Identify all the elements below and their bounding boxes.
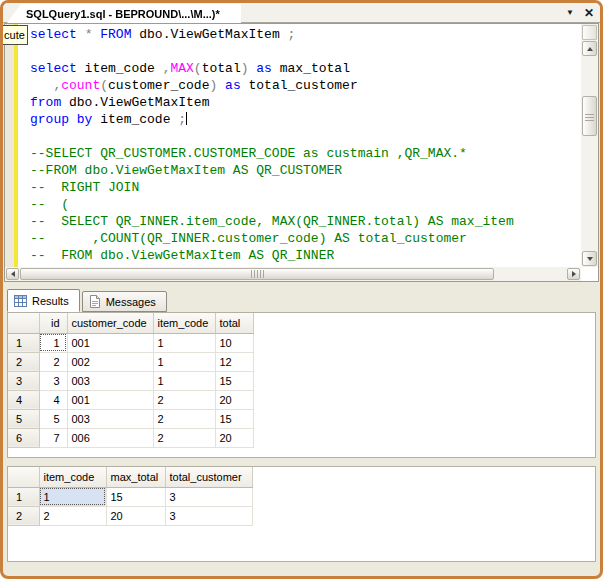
cell[interactable]: 4 — [39, 390, 67, 409]
scroll-left-icon — [11, 271, 15, 277]
scroll-up-icon — [587, 47, 593, 51]
row-header[interactable]: 5 — [8, 409, 39, 428]
vertical-scroll-thumb[interactable] — [582, 96, 597, 136]
tab-results[interactable]: Results — [7, 289, 80, 312]
cell[interactable]: 12 — [215, 352, 253, 371]
cell[interactable]: 15 — [106, 487, 165, 506]
results-grid-1: idcustomer_codeitem_codetotal11001110220… — [7, 312, 596, 458]
active-files-dropdown-icon[interactable]: ▼ — [566, 5, 574, 21]
results-table-2: item_codemax_totaltotal_customer11153222… — [8, 467, 253, 526]
code-line[interactable]: -- SELECT QR_INNER.item_code, MAX(QR_INN… — [30, 213, 581, 230]
code-line[interactable]: --SELECT QR_CUSTOMER.CUSTOMER_CODE as cu… — [30, 145, 581, 162]
row-header[interactable]: 1 — [8, 487, 39, 506]
code-line[interactable]: -- RIGHT JOIN — [30, 179, 581, 196]
column-header[interactable]: max_total — [106, 467, 165, 487]
column-header[interactable]: total_customer — [165, 467, 252, 487]
row-header[interactable]: 6 — [8, 428, 39, 447]
cell[interactable]: 1 — [39, 333, 67, 352]
code-line[interactable]: from dbo.ViewGetMaxItem — [30, 94, 581, 111]
table-row: 22203 — [8, 506, 252, 525]
text-caret — [186, 112, 187, 125]
cell[interactable]: 10 — [215, 333, 253, 352]
results-tab-strip: Results Messages — [7, 289, 167, 312]
corner-header[interactable] — [8, 313, 39, 333]
cell[interactable]: 002 — [67, 352, 153, 371]
table-row: 44001220 — [8, 390, 253, 409]
horizontal-scroll-thumb[interactable] — [20, 268, 494, 280]
cell[interactable]: 001 — [67, 390, 153, 409]
code-line[interactable]: -- ,COUNT(QR_INNER.customer_code) AS tot… — [30, 230, 581, 247]
ssms-query-window: SQLQuery1.sql - BEPROUND\...\M...)* ▼ ✕ … — [0, 0, 603, 579]
header-row: idcustomer_codeitem_codetotal — [8, 313, 253, 333]
close-icon[interactable]: ✕ — [584, 5, 594, 21]
table-row: 33003115 — [8, 371, 253, 390]
tab-sqlquery1[interactable]: SQLQuery1.sql - BEPROUND\...\M...)* — [7, 4, 241, 23]
code-line[interactable]: group by item_code ; — [30, 111, 581, 128]
column-header[interactable]: total — [215, 313, 253, 333]
code-line[interactable]: --FROM dbo.ViewGetMaxItem AS QR_CUSTOMER — [30, 162, 581, 179]
header-row: item_codemax_totaltotal_customer — [8, 467, 252, 487]
cell[interactable]: 20 — [215, 428, 253, 447]
cell[interactable]: 003 — [67, 371, 153, 390]
cell[interactable]: 2 — [153, 428, 215, 447]
code-line[interactable]: select item_code ,MAX(total) as max_tota… — [30, 60, 581, 77]
cell[interactable]: 006 — [67, 428, 153, 447]
cell[interactable]: 15 — [215, 409, 253, 428]
cell[interactable]: 15 — [215, 371, 253, 390]
code-line[interactable] — [30, 43, 581, 60]
document-tab-bar: SQLQuery1.sql - BEPROUND\...\M...)* ▼ ✕ — [3, 3, 600, 23]
vertical-scrollbar[interactable] — [581, 24, 598, 267]
table-row: 11001110 — [8, 333, 253, 352]
row-header[interactable]: 4 — [8, 390, 39, 409]
cell[interactable]: 5 — [39, 409, 67, 428]
scroll-up-button[interactable] — [582, 41, 597, 56]
scroll-down-icon — [587, 257, 593, 261]
cell[interactable]: 2 — [39, 506, 106, 525]
cell[interactable]: 20 — [106, 506, 165, 525]
cell[interactable]: 001 — [67, 333, 153, 352]
cell[interactable]: 1 — [153, 333, 215, 352]
sql-editor: select * FROM dbo.ViewGetMaxItem ;select… — [4, 23, 599, 282]
execute-tooltip: cute — [1, 25, 28, 45]
code-line[interactable]: -- FROM dbo.ViewGetMaxItem AS QR_INNER — [30, 247, 581, 264]
cell[interactable]: 7 — [39, 428, 67, 447]
scroll-left-button[interactable] — [6, 268, 19, 280]
code-line[interactable]: ,count(customer_code) as total_customer — [30, 77, 581, 94]
scroll-down-button[interactable] — [582, 251, 597, 266]
code-line[interactable] — [30, 128, 581, 145]
splitter-box[interactable] — [582, 25, 597, 40]
cell[interactable]: 1 — [153, 371, 215, 390]
row-header[interactable]: 2 — [8, 352, 39, 371]
cell[interactable]: 3 — [165, 506, 252, 525]
code-line[interactable]: -- ( — [30, 196, 581, 213]
cell[interactable]: 2 — [153, 390, 215, 409]
results-table-1: idcustomer_codeitem_codetotal11001110220… — [8, 313, 254, 448]
tab-controls: ▼ ✕ — [566, 5, 594, 21]
row-header[interactable]: 2 — [8, 506, 39, 525]
scroll-right-button[interactable] — [567, 268, 580, 280]
column-header[interactable]: item_code — [153, 313, 215, 333]
column-header[interactable]: customer_code — [67, 313, 153, 333]
messages-icon — [89, 295, 101, 308]
cell[interactable]: 3 — [39, 371, 67, 390]
results-grid-icon — [14, 295, 27, 307]
column-header[interactable]: id — [39, 313, 67, 333]
row-header[interactable]: 3 — [8, 371, 39, 390]
tab-messages[interactable]: Messages — [82, 291, 167, 312]
cell[interactable]: 1 — [39, 487, 106, 506]
cell[interactable]: 20 — [215, 390, 253, 409]
cell[interactable]: 1 — [153, 352, 215, 371]
corner-header[interactable] — [8, 467, 39, 487]
code-line[interactable]: select * FROM dbo.ViewGetMaxItem ; — [30, 26, 581, 43]
row-header[interactable]: 1 — [8, 333, 39, 352]
thumb-grip — [585, 112, 594, 121]
cell[interactable]: 2 — [39, 352, 67, 371]
scroll-right-icon — [572, 271, 576, 277]
table-row: 55003215 — [8, 409, 253, 428]
horizontal-scrollbar[interactable] — [5, 267, 581, 281]
column-header[interactable]: item_code — [39, 467, 106, 487]
code-lines[interactable]: select * FROM dbo.ViewGetMaxItem ;select… — [18, 24, 581, 267]
cell[interactable]: 2 — [153, 409, 215, 428]
cell[interactable]: 3 — [165, 487, 252, 506]
cell[interactable]: 003 — [67, 409, 153, 428]
